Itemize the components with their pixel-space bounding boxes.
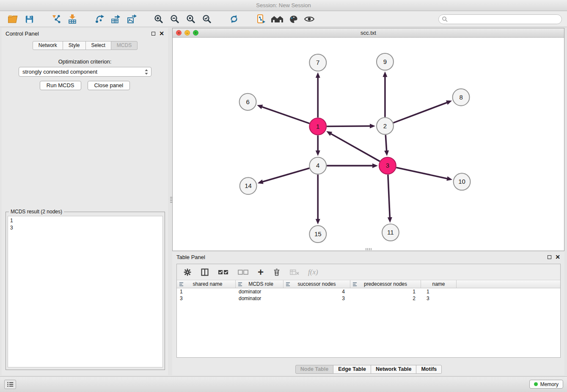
- zoom-fit-button[interactable]: [183, 13, 199, 25]
- svg-text:3: 3: [386, 162, 389, 169]
- toolbar-search-input[interactable]: [438, 14, 562, 24]
- graph-node-6[interactable]: 6: [239, 94, 256, 110]
- table-panel: Table Panel ✕: [172, 252, 564, 375]
- create-column-button[interactable]: +: [258, 268, 264, 276]
- fx-icon: f(x): [308, 268, 318, 276]
- folder-icon: [8, 14, 19, 24]
- svg-text:15: 15: [314, 230, 322, 237]
- float-panel-icon[interactable]: [151, 32, 155, 36]
- column-header-shared-name[interactable]: shared name: [177, 280, 236, 288]
- svg-text:9: 9: [383, 58, 387, 65]
- graph-node-7[interactable]: 7: [309, 54, 326, 71]
- style-button[interactable]: [285, 13, 301, 25]
- network-canvas[interactable]: 7968124314101511: [173, 38, 564, 251]
- graph-node-4[interactable]: 4: [309, 157, 326, 174]
- network-window-titlebar[interactable]: ✕ – + scc.txt: [173, 28, 564, 38]
- network-graph[interactable]: 7968124314101511: [173, 38, 564, 251]
- graph-node-2[interactable]: 2: [377, 118, 394, 135]
- close-panel-icon[interactable]: ✕: [159, 30, 164, 36]
- eye-icon: [304, 14, 315, 24]
- show-graphics-button[interactable]: [301, 13, 317, 25]
- graph-node-10[interactable]: 10: [454, 173, 471, 190]
- delete-table-button[interactable]: [290, 269, 299, 276]
- close-panel-button[interactable]: Close panel: [88, 81, 130, 90]
- tab-style[interactable]: Style: [63, 41, 86, 50]
- import-table-button[interactable]: [64, 13, 80, 25]
- export-table-button[interactable]: [107, 13, 124, 25]
- graph-edge-4-14[interactable]: [262, 168, 309, 182]
- new-network-view-button[interactable]: [253, 13, 269, 25]
- svg-text:7: 7: [316, 59, 319, 66]
- graph-node-14[interactable]: 14: [240, 177, 257, 194]
- edge-arrowhead-icon: [316, 150, 320, 156]
- column-header-name[interactable]: name: [421, 280, 457, 288]
- tab-network-table[interactable]: Network Table: [371, 365, 417, 374]
- edge-arrowhead-icon: [257, 105, 263, 109]
- graph-edge-3-1[interactable]: [330, 133, 380, 161]
- tab-network[interactable]: Network: [33, 41, 63, 50]
- run-mcds-button[interactable]: Run MCDS: [40, 81, 81, 90]
- zoom-out-button[interactable]: [167, 13, 183, 25]
- graph-node-11[interactable]: 11: [382, 224, 399, 241]
- export-network-icon: [94, 14, 105, 24]
- splitter-grip-vertical[interactable]: [170, 197, 172, 204]
- select-all-columns-button[interactable]: [218, 269, 229, 275]
- graph-edge-2-8[interactable]: [394, 102, 448, 123]
- table-panel-header: Table Panel ✕: [172, 252, 564, 262]
- splitter-grip-horizontal[interactable]: [366, 248, 372, 250]
- graph-node-8[interactable]: 8: [453, 89, 470, 106]
- tab-select[interactable]: Select: [85, 41, 111, 50]
- mcds-result-text[interactable]: 1 3: [8, 216, 163, 367]
- export-image-button[interactable]: [124, 13, 140, 25]
- table-row[interactable]: 3 dominator 3 2 3: [177, 295, 560, 302]
- graph-edge-1-6[interactable]: [261, 107, 310, 124]
- function-builder-button[interactable]: f(x): [308, 268, 318, 276]
- edge-arrowhead-icon: [316, 219, 320, 224]
- column-header-successor-nodes[interactable]: successor nodes: [284, 280, 350, 288]
- delete-column-button[interactable]: [272, 268, 281, 276]
- import-network-button[interactable]: [48, 13, 64, 25]
- close-window-icon[interactable]: ✕: [176, 30, 182, 36]
- open-session-button[interactable]: [5, 13, 21, 25]
- graph-node-15[interactable]: 15: [309, 226, 326, 243]
- graph-node-3[interactable]: 3: [379, 157, 396, 174]
- svg-text:6: 6: [246, 98, 249, 105]
- save-session-button[interactable]: [21, 13, 37, 25]
- column-header-mcds-role[interactable]: MCDS role: [236, 280, 284, 288]
- export-network-button[interactable]: [91, 13, 107, 25]
- table-settings-button[interactable]: [183, 268, 192, 276]
- graph-edge-2-3[interactable]: [385, 135, 386, 152]
- refresh-layout-button[interactable]: [226, 13, 242, 25]
- memory-button[interactable]: Memory: [529, 380, 563, 389]
- graph-edge-3-10[interactable]: [396, 168, 448, 179]
- show-columns-button[interactable]: [201, 268, 209, 276]
- window-titlebar: Session: New Session: [0, 0, 567, 11]
- maximize-window-icon[interactable]: +: [193, 30, 198, 36]
- refresh-icon: [229, 14, 239, 24]
- graph-node-1[interactable]: 1: [309, 118, 326, 135]
- graph-edge-1-2[interactable]: [327, 126, 371, 127]
- sort-icon: [238, 282, 242, 288]
- close-table-panel-icon[interactable]: ✕: [555, 254, 560, 260]
- float-table-panel-icon[interactable]: [548, 255, 551, 259]
- graph-node-9[interactable]: 9: [377, 53, 394, 70]
- deselect-all-columns-button[interactable]: [238, 269, 249, 275]
- task-history-button[interactable]: [4, 380, 16, 389]
- table-row[interactable]: 1 dominator 4 1 1: [177, 288, 560, 295]
- network-window-title: scc.txt: [361, 30, 376, 36]
- minimize-window-icon[interactable]: –: [184, 30, 190, 36]
- zoom-selected-button[interactable]: [199, 13, 215, 25]
- tab-motifs[interactable]: Motifs: [416, 365, 442, 374]
- tab-mcds[interactable]: MCDS: [111, 41, 138, 50]
- tab-node-table[interactable]: Node Table: [295, 365, 333, 374]
- mcds-result-line: 3: [10, 224, 160, 232]
- import-network-icon: [51, 14, 61, 24]
- zoom-in-button[interactable]: [151, 13, 167, 25]
- graph-edge-3-11[interactable]: [388, 174, 390, 218]
- home-view-button[interactable]: [269, 13, 285, 25]
- optimization-criterion-select[interactable]: strongly connected component: [19, 67, 151, 77]
- unchecked-boxes-icon: [238, 269, 249, 275]
- column-header-predecessor-nodes[interactable]: predecessor nodes: [350, 280, 421, 288]
- zoom-fit-icon: [186, 14, 196, 24]
- tab-edge-table[interactable]: Edge Table: [333, 365, 371, 374]
